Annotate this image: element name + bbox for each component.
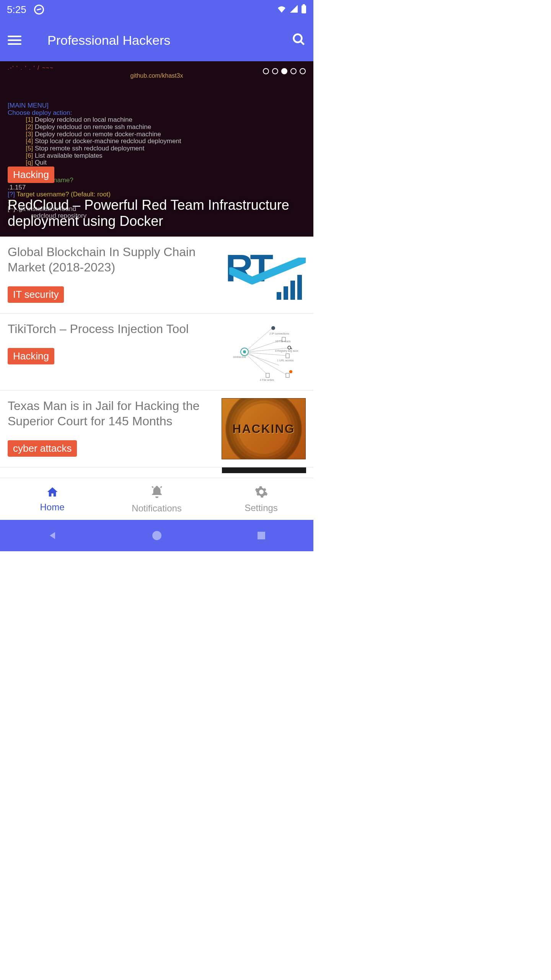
svg-rect-12 [286, 354, 289, 358]
svg-line-11 [248, 353, 287, 356]
carousel-dot[interactable] [281, 68, 287, 74]
svg-rect-1 [303, 4, 305, 5]
hero-carousel-slide[interactable]: .-' ' . ' . ' / ~~~ github.com/khast3x [… [0, 61, 313, 237]
system-nav [0, 520, 313, 551]
svg-line-13 [248, 354, 279, 365]
svg-text:4 File writes: 4 File writes [260, 379, 274, 381]
nav-label: Settings [245, 503, 278, 513]
carousel-dot[interactable] [300, 68, 306, 74]
hero-title: RedCloud – Powerful Red Team Infrastruct… [8, 197, 306, 229]
gear-icon [254, 485, 268, 500]
svg-rect-26 [258, 532, 265, 539]
svg-point-7 [271, 326, 275, 330]
hero-tag[interactable]: Hacking [8, 167, 54, 183]
list-item-tag[interactable]: IT security [8, 286, 64, 303]
svg-rect-0 [302, 5, 306, 13]
sys-back-button[interactable] [29, 530, 75, 541]
list-item[interactable]: TikiTorch – Process Injection Tool Hacki… [0, 314, 313, 390]
svg-line-3 [301, 41, 304, 45]
home-icon [46, 486, 59, 500]
svg-rect-17 [286, 373, 289, 377]
nav-label: Home [40, 502, 64, 513]
app-bar: Professional Hackers [0, 19, 313, 61]
list-item-thumbnail: RT [222, 244, 306, 305]
app-title: Professional Hackers [47, 33, 277, 48]
svg-text:central.exe: central.exe [233, 356, 246, 358]
list-item[interactable]: Global Blockchain In Supply Chain Market… [0, 237, 313, 314]
list-item[interactable]: Texas Man is in Jail for Hacking the Sup… [0, 390, 313, 467]
list-item-title: TikiTorch – Process Injection Tool [8, 321, 214, 336]
svg-text:8 Registry key accesses: 8 Registry key accesses [275, 350, 298, 353]
bottom-nav: HomeNotificationsSettings [0, 478, 313, 520]
list-item-title: Texas Man is in Jail for Hacking the Sup… [8, 398, 214, 429]
nav-gear[interactable]: Settings [209, 478, 313, 520]
signal-icon [290, 5, 298, 14]
svg-text:10 File reads: 10 File reads [275, 340, 291, 343]
list-item-thumbnail: HACKING [222, 398, 306, 459]
svg-text:1 URL access: 1 URL access [277, 359, 294, 362]
sys-home-button[interactable] [134, 531, 180, 541]
svg-rect-15 [266, 373, 269, 377]
carousel-dot[interactable] [263, 68, 269, 74]
list-item-tag[interactable]: Hacking [8, 348, 54, 364]
svg-line-6 [248, 329, 271, 350]
svg-point-25 [152, 531, 161, 540]
list-item-peek[interactable] [222, 467, 306, 473]
svg-line-16 [248, 353, 287, 375]
search-icon[interactable] [292, 33, 306, 48]
status-time: 5:25 [7, 4, 26, 16]
list-item-tag[interactable]: cyber attacks [8, 440, 77, 457]
list-item-title: Global Blockchain In Supply Chain Market… [8, 244, 214, 275]
sys-recent-button[interactable] [238, 531, 284, 540]
status-bar: 5:25 [0, 0, 313, 19]
list-item-thumbnail: central.exe 2 IP connections 10 File rea… [222, 321, 306, 382]
carousel-indicators[interactable] [263, 68, 306, 74]
wifi-icon [277, 5, 287, 14]
nav-bell[interactable]: Notifications [104, 478, 209, 520]
svg-text:2 IP connections: 2 IP connections [269, 332, 289, 335]
svg-point-18 [289, 370, 292, 373]
nav-label: Notifications [132, 503, 182, 514]
carousel-dot[interactable] [290, 68, 297, 74]
dnd-icon [34, 5, 44, 15]
svg-point-2 [294, 34, 302, 42]
bell-icon [150, 485, 164, 501]
content: .-' ' . ' . ' / ~~~ github.com/khast3x [… [0, 61, 313, 478]
menu-icon[interactable] [8, 33, 21, 47]
nav-home[interactable]: Home [0, 478, 104, 520]
svg-point-5 [243, 350, 246, 353]
battery-icon [301, 4, 306, 15]
carousel-dot[interactable] [272, 68, 278, 74]
